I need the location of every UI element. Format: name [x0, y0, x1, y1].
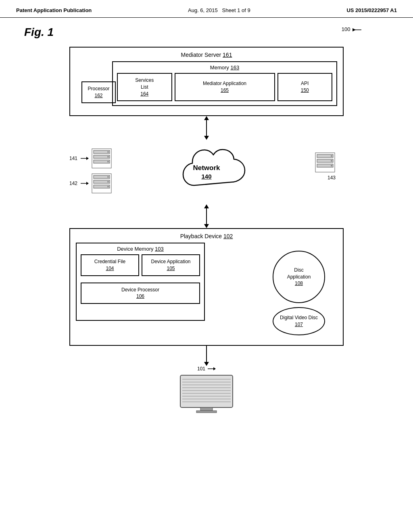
network-section: 141: [69, 140, 344, 204]
svg-point-25: [331, 160, 332, 162]
memory-inner: ServicesList 164 Mediator Application 16…: [117, 73, 332, 101]
svg-marker-1: [353, 28, 356, 31]
disc-application-circle: DiscApplication 108: [273, 251, 325, 303]
device-application-box: Device Application 105: [142, 254, 200, 276]
svg-point-17: [107, 176, 109, 178]
mediator-server-title: Mediator Server 161: [76, 52, 337, 58]
main-content: Fig. 1 100 Mediator Server 161 Processor…: [0, 22, 413, 422]
device-memory-title: Device Memory 103: [81, 246, 200, 252]
svg-point-19: [107, 186, 109, 187]
playback-device-title: Playback Device 102: [76, 233, 337, 239]
tv-icon: [178, 373, 235, 414]
svg-point-9: [107, 156, 109, 158]
api-box: API 150: [277, 73, 333, 101]
network-cloud: Network 140: [166, 148, 247, 196]
processor-box: Processor 162: [81, 81, 116, 103]
memory-title: Memory 163: [117, 64, 332, 71]
dvd-area: Digital Video Disc 107: [273, 307, 325, 335]
svg-point-26: [331, 165, 332, 166]
playback-device-box: Playback Device 102 Device Memory 103 Cr…: [69, 228, 344, 346]
fig-label: Fig. 1: [24, 26, 389, 39]
arrow-server-to-network: [204, 116, 209, 140]
header-publication-text: Patent Application Publication: [16, 7, 92, 13]
header-date: Aug. 6, 2015: [188, 7, 218, 13]
arrow-from-142: [81, 181, 89, 186]
svg-rect-40: [196, 411, 217, 413]
mediator-app-box: Mediator Application 165: [175, 73, 275, 101]
arrow-from-141: [81, 156, 89, 161]
header-date-sheet: Aug. 6, 2015 Sheet 1 of 9: [188, 7, 250, 13]
server-icon-141: [91, 148, 112, 169]
header-patent-number: US 2015/0222957 A1: [346, 7, 397, 13]
disc-application-area: DiscApplication 108: [273, 251, 325, 303]
network-node-142: 142: [69, 173, 112, 194]
network-left-nodes: 141: [69, 148, 112, 194]
device-memory-inner: Credential File 104 Device Application 1…: [81, 254, 200, 276]
svg-point-24: [331, 155, 332, 157]
network-right-node: 143: [315, 152, 336, 181]
tv-ref-arrow: [208, 366, 216, 371]
cloud-svg: [166, 148, 247, 196]
svg-point-18: [107, 181, 109, 183]
memory-box: Memory 163 ServicesList 164 Mediator App…: [112, 61, 337, 106]
svg-marker-12: [86, 182, 89, 185]
tv-area: 101: [166, 366, 247, 414]
server-icon-143: [315, 152, 336, 173]
network-node-141: 141: [69, 148, 112, 169]
header-sheet: Sheet 1 of 9: [222, 7, 250, 13]
device-memory-box: Device Memory 103 Credential File 104 De…: [76, 243, 205, 321]
arrow-playback-to-tv: [204, 346, 209, 366]
page-header: Patent Application Publication Aug. 6, 2…: [0, 0, 413, 18]
svg-rect-29: [180, 375, 233, 407]
svg-rect-39: [200, 407, 213, 411]
arrow-network-to-playback: [204, 204, 209, 228]
device-processor-box: Device Processor 106: [81, 283, 200, 304]
svg-marker-28: [213, 367, 216, 370]
credential-file-box: Credential File 104: [81, 254, 139, 276]
server-icon-142: [91, 173, 112, 194]
dvd-circle: Digital Video Disc 107: [273, 307, 325, 335]
services-list-box: ServicesList 164: [117, 73, 172, 101]
svg-point-10: [107, 161, 109, 162]
svg-marker-3: [86, 157, 89, 160]
svg-point-8: [107, 151, 109, 153]
mediator-server-box: Mediator Server 161 Processor 162 Memory…: [69, 47, 344, 116]
diagram: Mediator Server 161 Processor 162 Memory…: [41, 47, 372, 414]
ref-100: 100: [342, 26, 365, 34]
